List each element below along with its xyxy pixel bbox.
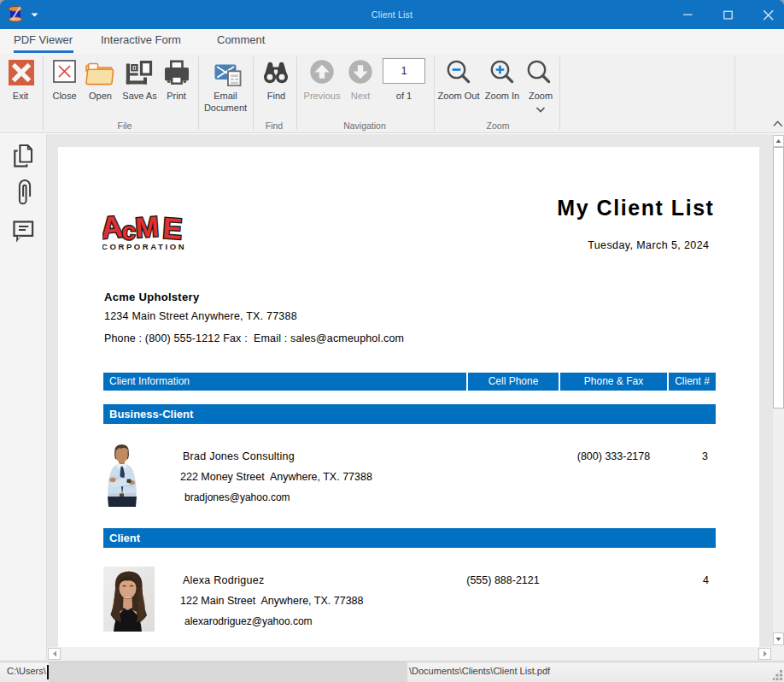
svg-text:M: M — [134, 212, 160, 244]
svg-text:E: E — [161, 212, 183, 245]
svg-text:CORPORATION: CORPORATION — [102, 242, 186, 250]
